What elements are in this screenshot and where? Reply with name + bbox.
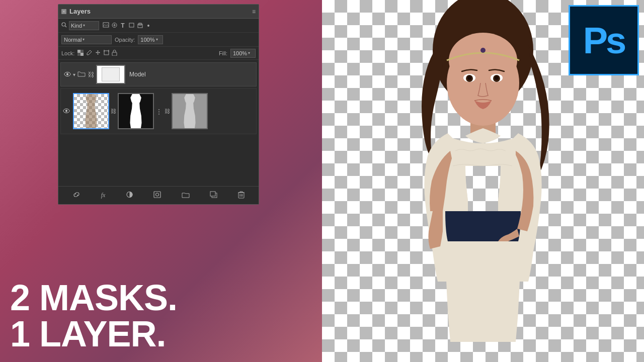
layer-collapse-arrow[interactable]: ▾ — [73, 72, 75, 77]
filter-label — [61, 22, 67, 29]
sublayer-visibility-icon[interactable] — [63, 108, 70, 115]
big-text-line1: 2 MASKS. — [10, 280, 177, 316]
svg-rect-25 — [210, 192, 215, 196]
empty-layer-area — [58, 135, 259, 185]
filter-icons: T • — [102, 22, 152, 30]
new-mask-icon[interactable] — [153, 191, 161, 200]
image-filter-icon[interactable] — [102, 22, 109, 29]
folder-icon — [77, 70, 86, 78]
big-text-line2: 1 LAYER. — [10, 316, 177, 352]
lock-transparency-icon[interactable] — [77, 50, 84, 57]
filter-row: Kind ▾ T — [58, 19, 259, 33]
opacity-field[interactable]: 100% ▾ — [138, 35, 163, 44]
photo-thumbnail — [73, 93, 109, 129]
svg-rect-9 — [77, 50, 80, 53]
svg-rect-6 — [129, 23, 134, 27]
lock-all-icon[interactable] — [112, 50, 117, 57]
opacity-label: Opacity: — [115, 37, 135, 43]
svg-point-40 — [495, 76, 499, 80]
svg-point-39 — [467, 76, 471, 80]
svg-point-18 — [66, 73, 68, 75]
model-svg — [387, 0, 579, 362]
smart-filter-icon[interactable] — [136, 22, 143, 29]
group-layer-row[interactable]: ▾ ⛓ Model — [60, 62, 257, 86]
layer-visibility-icon[interactable] — [64, 71, 71, 78]
type-filter-icon[interactable]: T — [119, 22, 126, 29]
panel-bottom-toolbar: fx — [58, 186, 259, 204]
blend-mode-dropdown[interactable]: Normal ▾ — [61, 35, 112, 44]
ps-logo: Ps — [569, 5, 639, 75]
lock-icons — [77, 50, 117, 57]
kind-label: Kind — [71, 23, 82, 29]
chain-link-icon-2: ⛓ — [165, 108, 170, 114]
svg-point-41 — [480, 48, 486, 53]
fill-label: Fill: — [219, 50, 227, 56]
svg-point-34 — [449, 33, 517, 88]
blend-row: Normal ▾ Opacity: 100% ▾ — [58, 33, 259, 47]
model-image — [387, 0, 579, 362]
svg-point-0 — [62, 23, 65, 26]
svg-rect-13 — [104, 51, 109, 55]
svg-point-23 — [156, 193, 159, 196]
new-group-icon[interactable] — [182, 191, 190, 200]
big-text: 2 MASKS. 1 LAYER. — [10, 280, 177, 352]
kind-chevron: ▾ — [83, 23, 85, 28]
svg-rect-22 — [154, 192, 160, 198]
svg-rect-10 — [80, 53, 84, 56]
blend-mode-label: Normal — [64, 37, 82, 43]
panel-titlebar: × Layers ≡ — [58, 5, 259, 19]
svg-point-20 — [65, 110, 67, 112]
link-layers-icon[interactable] — [72, 191, 80, 200]
fill-chevron: ▾ — [248, 51, 250, 55]
lock-artboard-icon[interactable] — [103, 50, 110, 57]
svg-rect-11 — [77, 53, 80, 56]
titlebar-left: × Layers — [61, 8, 91, 15]
opacity-chevron: ▾ — [156, 37, 158, 42]
kind-dropdown[interactable]: Kind ▾ — [69, 21, 99, 30]
layer-name: Model — [129, 71, 146, 78]
svg-rect-12 — [80, 50, 84, 53]
fill-value: 100% — [233, 50, 247, 56]
right-panel: Ps — [322, 0, 644, 362]
svg-rect-16 — [112, 52, 117, 56]
svg-rect-2 — [103, 23, 109, 27]
blend-chevron: ▾ — [83, 37, 85, 42]
chain-link-icon: ⛓ — [111, 108, 116, 114]
lock-label: Lock: — [61, 50, 74, 56]
lock-row: Lock: — [58, 47, 259, 60]
svg-rect-7 — [138, 24, 142, 28]
layer-list: ▾ ⛓ Model — [58, 60, 259, 186]
svg-line-1 — [65, 26, 67, 28]
lock-position-icon[interactable] — [95, 50, 101, 57]
panel-title: Layers — [69, 8, 91, 15]
white-mask-thumbnail — [172, 93, 208, 129]
delete-layer-icon[interactable] — [238, 191, 245, 200]
new-fill-icon[interactable] — [126, 191, 133, 200]
fill-field[interactable]: 100% ▾ — [230, 49, 256, 58]
left-panel: × Layers ≡ Kind ▾ — [0, 0, 322, 362]
close-button[interactable]: × — [61, 9, 66, 14]
group-thumb — [96, 65, 125, 84]
layers-panel: × Layers ≡ Kind ▾ — [58, 4, 259, 205]
chain-icon: ⛓ — [88, 71, 94, 78]
overflow-icon[interactable]: ⋯ — [155, 109, 163, 114]
fx-icon[interactable]: fx — [101, 192, 106, 199]
panel-menu-icon[interactable]: ≡ — [252, 8, 256, 15]
lock-image-icon[interactable] — [86, 50, 93, 57]
ps-logo-text: Ps — [583, 19, 625, 62]
opacity-value: 100% — [140, 37, 154, 43]
adjustment-filter-icon[interactable] — [111, 22, 118, 29]
search-icon — [61, 22, 67, 28]
duplicate-layer-icon[interactable] — [210, 191, 217, 200]
black-mask-thumbnail — [118, 93, 154, 129]
dot-filter-icon: • — [145, 22, 152, 30]
shape-filter-icon[interactable] — [128, 22, 135, 29]
sublayer-row[interactable]: ⛓ ⋯ ⛓ — [60, 88, 257, 134]
